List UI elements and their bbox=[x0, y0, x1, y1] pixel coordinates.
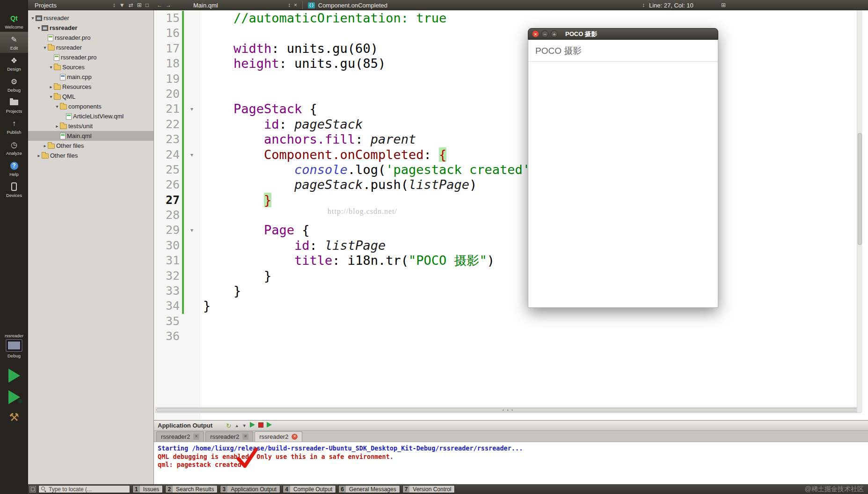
output-tab[interactable]: rssreader2 × bbox=[205, 431, 253, 442]
filter-icon[interactable]: ▼ bbox=[119, 0, 125, 10]
folder-icon bbox=[54, 85, 61, 90]
go-back-icon[interactable]: ← bbox=[157, 0, 162, 10]
expander-icon[interactable] bbox=[42, 45, 48, 50]
output-pane-header: Application Output ↻ ▲ ▼ bbox=[154, 421, 868, 431]
expander-icon[interactable] bbox=[36, 153, 42, 158]
maximize-icon[interactable]: + bbox=[551, 30, 558, 37]
kit-selector[interactable]: rssreader Debug bbox=[0, 333, 28, 358]
locator-input[interactable] bbox=[49, 486, 126, 493]
expander-icon[interactable] bbox=[48, 65, 54, 70]
line-number: 25 bbox=[154, 162, 182, 177]
expander-icon[interactable] bbox=[54, 124, 60, 129]
tree-item[interactable]: components bbox=[28, 102, 153, 111]
output-tab-active[interactable]: rssreader2 × bbox=[255, 431, 302, 442]
panel-button-search-results[interactable]: 2 Search Results bbox=[165, 485, 218, 493]
editor-horizontal-scrollbar[interactable]: • • • bbox=[155, 407, 861, 413]
symbol-breadcrumb[interactable]: Component.onCompleted bbox=[318, 2, 387, 9]
tree-item[interactable]: tests/unit bbox=[28, 121, 153, 131]
expander-icon[interactable] bbox=[30, 15, 36, 21]
previous-item-icon[interactable]: ▲ bbox=[235, 421, 239, 431]
open-document-name[interactable]: Main.qml bbox=[193, 2, 284, 9]
tree-item[interactable]: main.cpp bbox=[28, 72, 153, 82]
tree-item[interactable]: rssreader bbox=[28, 43, 153, 52]
tree-item[interactable]: Other files bbox=[28, 151, 153, 160]
fold-marker-icon[interactable] bbox=[184, 102, 200, 116]
start-debugging-button[interactable] bbox=[0, 390, 28, 404]
mode-edit[interactable]: ✎ Edit bbox=[0, 32, 28, 53]
tree-item[interactable]: Resources bbox=[28, 82, 153, 92]
fold-marker-icon[interactable] bbox=[184, 223, 200, 238]
pro-file-icon bbox=[48, 35, 53, 41]
code-line: 32 } bbox=[154, 269, 862, 283]
close-tab-icon[interactable]: × bbox=[242, 434, 248, 440]
run-icon[interactable] bbox=[250, 421, 255, 431]
application-output-content: Starting /home/liuxg/release/build-rssre… bbox=[154, 442, 868, 484]
mode-help[interactable]: ? Help bbox=[0, 158, 28, 179]
split-editor-icon[interactable]: ⊞ bbox=[721, 0, 726, 10]
split-pane-icon[interactable]: □ bbox=[146, 0, 149, 10]
output-line: QML debugging is enabled. Only use this … bbox=[158, 453, 864, 461]
tree-item[interactable]: ArticleListView.qml bbox=[28, 111, 153, 121]
tree-item[interactable]: rssreader bbox=[28, 23, 153, 33]
locator-field[interactable] bbox=[38, 485, 130, 493]
close-document-icon[interactable]: × bbox=[294, 0, 297, 10]
fold-marker-icon[interactable] bbox=[184, 147, 200, 162]
vscroll-handle[interactable] bbox=[858, 133, 862, 245]
tree-item-main-qml[interactable]: Main.qml bbox=[28, 131, 153, 141]
expander-icon[interactable] bbox=[36, 25, 42, 30]
output-tab-bar: rssreader2 × rssreader2 × rssreader2 × bbox=[154, 431, 868, 442]
search-icon bbox=[41, 487, 46, 492]
cursor-combo-icon[interactable]: ↕ bbox=[642, 0, 645, 10]
panel-button-application-output[interactable]: 3 Application Output bbox=[220, 485, 280, 493]
juejin-watermark: @稀土掘金技术社区 bbox=[805, 485, 868, 494]
panel-button-general-messages[interactable]: 6 General Messages bbox=[338, 485, 400, 493]
preview-window-titlebar[interactable]: × − + POCO 摄影 bbox=[528, 28, 718, 40]
expander-icon[interactable] bbox=[48, 84, 54, 89]
go-forward-icon[interactable]: → bbox=[166, 0, 171, 10]
hscroll-handle[interactable]: • • • bbox=[156, 408, 860, 412]
pane-selector-icon[interactable]: ↕ bbox=[113, 0, 116, 10]
line-number: 32 bbox=[154, 269, 182, 283]
tree-item[interactable]: Sources bbox=[28, 62, 153, 72]
collapse-all-icon[interactable]: ⊞ bbox=[137, 0, 142, 10]
code-line: 30 id: listPage bbox=[154, 238, 862, 253]
rerun-icon[interactable]: ↻ bbox=[226, 421, 232, 431]
close-tab-icon[interactable]: × bbox=[193, 434, 199, 440]
tree-item[interactable]: QML bbox=[28, 92, 153, 102]
document-dropdown-icon[interactable]: ↕ bbox=[288, 0, 291, 10]
expander-icon[interactable] bbox=[42, 143, 48, 148]
toggle-sidebar-icon[interactable] bbox=[29, 486, 36, 493]
preview-window[interactable]: × − + POCO 摄影 POCO 摄影 bbox=[528, 28, 718, 308]
run-button[interactable] bbox=[0, 369, 28, 383]
mode-design[interactable]: ❖ Design bbox=[0, 53, 28, 74]
panel-button-compile-output[interactable]: 4 Compile Output bbox=[283, 485, 336, 493]
run-qml-icon[interactable] bbox=[267, 421, 272, 431]
panel-button-version-control[interactable]: 7 Version Control bbox=[402, 485, 455, 493]
next-item-icon[interactable]: ▼ bbox=[242, 421, 247, 431]
analyze-gauge-icon: ◷ bbox=[11, 139, 17, 150]
mode-publish[interactable]: ↑ Publish bbox=[0, 116, 28, 137]
minimize-icon[interactable]: − bbox=[541, 30, 548, 37]
expander-icon[interactable] bbox=[48, 94, 54, 99]
tree-item[interactable]: Other files bbox=[28, 141, 153, 151]
mode-devices[interactable]: Devices bbox=[0, 179, 28, 200]
code-line: 21 PageStack { bbox=[154, 102, 862, 116]
mode-welcome[interactable]: Qt Welcome bbox=[0, 11, 28, 32]
editor-vertical-scrollbar[interactable] bbox=[857, 10, 862, 413]
close-tab-icon[interactable]: × bbox=[292, 434, 298, 440]
csdn-watermark: http://blog.csdn.net/ bbox=[328, 207, 397, 216]
mode-debug[interactable]: ⚙ Debug bbox=[0, 74, 28, 95]
tree-item[interactable]: rssreader.pro bbox=[28, 33, 153, 43]
stop-icon[interactable] bbox=[258, 421, 263, 431]
build-button[interactable]: ⚒ bbox=[0, 411, 28, 424]
mode-analyze[interactable]: ◷ Analyze bbox=[0, 137, 28, 158]
mode-projects[interactable]: Projects bbox=[0, 95, 28, 116]
sync-with-editor-icon[interactable]: ⇄ bbox=[129, 0, 133, 10]
code-editor[interactable]: 15 //automaticOrientation: true 16 17 wi… bbox=[154, 10, 862, 420]
close-icon[interactable]: × bbox=[532, 30, 539, 37]
tree-item[interactable]: rssreader bbox=[28, 13, 153, 23]
tree-item[interactable]: rssreader.pro bbox=[28, 52, 153, 62]
expander-icon[interactable] bbox=[54, 104, 60, 109]
panel-button-issues[interactable]: 1 Issues bbox=[132, 485, 163, 493]
output-tab[interactable]: rssreader2 × bbox=[156, 431, 204, 442]
